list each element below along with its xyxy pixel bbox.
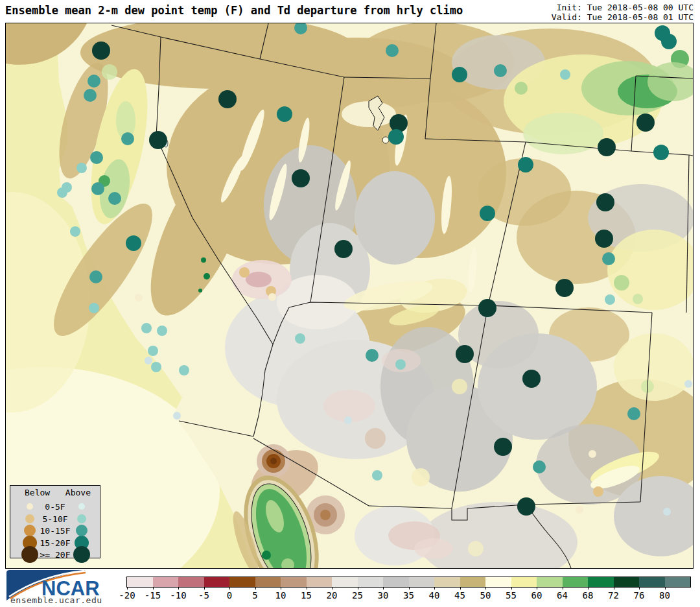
colorbar-tick	[358, 587, 358, 589]
station-dot	[589, 450, 596, 458]
colorbar-segment	[537, 577, 563, 587]
colorbar-segment	[281, 577, 307, 587]
station-dot	[627, 407, 640, 420]
station-dot	[595, 230, 613, 248]
station-dot	[141, 323, 152, 333]
colorbar-segment	[178, 577, 204, 587]
legend-row-label: 0-5F	[45, 502, 65, 512]
colorbar-tick-label: 10	[275, 590, 286, 601]
station-dot	[494, 438, 512, 456]
station-dot	[92, 42, 110, 60]
init-time: Init: Tue 2018-05-08 00 UTC	[552, 3, 694, 12]
station-dot	[395, 359, 406, 370]
terrain	[6, 23, 693, 568]
colorbar-tick-label: 72	[608, 590, 619, 601]
legend-row-label: 10-15F	[40, 526, 71, 536]
colorbar-tick	[281, 587, 281, 589]
station-dot	[173, 412, 181, 420]
station-dot	[88, 75, 100, 88]
colorbar-tick-label: 5	[252, 590, 257, 601]
station-dot	[126, 235, 141, 251]
colorbar-tick	[588, 587, 589, 589]
colorbar-tick-label: -15	[145, 590, 161, 601]
station-dot	[90, 151, 103, 164]
colorbar-tick-label: 35	[403, 590, 414, 601]
colorbar-segment	[307, 577, 332, 587]
colorbar-segment	[383, 577, 409, 587]
station-dot	[218, 90, 237, 108]
station-dot	[560, 69, 570, 80]
station-dot	[76, 163, 87, 173]
station-dot	[277, 106, 292, 122]
ensemble-dewpoint-page: Ensemble mean 2-m dew point temp (F) and…	[0, 0, 700, 607]
colorbar-tick	[409, 587, 410, 589]
colorbar-tick	[153, 587, 154, 589]
station-dot	[108, 192, 121, 205]
legend-above-dot	[78, 503, 85, 510]
colorbar-tick	[639, 587, 640, 589]
map-svg	[6, 23, 693, 568]
colorbar-tick-label: 40	[429, 590, 440, 601]
station-dot	[148, 346, 158, 356]
station-dot	[344, 416, 352, 424]
colorbar-tick	[511, 587, 512, 589]
station-dot	[602, 252, 615, 265]
colorbar	[126, 577, 691, 588]
station-dot	[593, 486, 603, 497]
colorbar-segment	[614, 577, 640, 587]
station-dot	[149, 131, 167, 149]
colorbar-tick-label: 0	[227, 590, 232, 601]
legend-row-label: 5-10F	[42, 514, 67, 523]
colorbar-segment	[153, 577, 179, 587]
station-dot	[663, 508, 671, 516]
station-dot	[334, 240, 353, 258]
page-title: Ensemble mean 2-m dew point temp (F) and…	[5, 4, 463, 17]
station-dot	[292, 169, 310, 187]
station-dot	[372, 470, 382, 481]
colorbar-tick-label: 64	[557, 590, 568, 601]
colorbar-segment	[511, 577, 537, 587]
station-dot	[121, 132, 134, 145]
station-dot	[576, 506, 583, 514]
station-dot	[89, 270, 102, 283]
station-dot	[480, 206, 495, 221]
colorbar-tick-label: 25	[352, 590, 363, 601]
station-dot	[388, 129, 404, 145]
colorbar-tick-label: 45	[454, 590, 465, 601]
colorbar-tick	[332, 587, 332, 589]
colorbar-segment	[639, 577, 665, 587]
station-dot	[605, 294, 615, 305]
legend-headers: Below Above	[10, 488, 100, 497]
site-url: ensemble.ucar.edu	[10, 595, 102, 605]
colorbar-tick	[127, 587, 128, 589]
colorbar-segment	[358, 577, 384, 587]
colorbar-tick	[383, 587, 384, 589]
colorbar-segment	[255, 577, 281, 587]
colorbar-tick-label: 20	[327, 590, 338, 601]
station-dot	[268, 293, 276, 301]
colorbar-tick	[460, 587, 461, 589]
station-dot	[555, 279, 574, 297]
colorbar-segment	[332, 577, 358, 587]
legend-row: >= 20F	[10, 547, 100, 562]
colorbar-tick-label: 80	[659, 590, 670, 601]
colorbar-segment	[665, 577, 691, 587]
station-dot	[533, 460, 546, 473]
station-dot	[89, 303, 99, 313]
station-dot	[135, 294, 143, 302]
run-timestamps: Init: Tue 2018-05-08 00 UTC Valid: Tue 2…	[552, 3, 694, 22]
colorbar-segment	[204, 577, 230, 587]
colorbar-tick	[665, 587, 666, 589]
station-dot	[91, 182, 104, 195]
station-dot	[157, 326, 167, 336]
station-dot	[179, 365, 189, 375]
station-dot	[517, 497, 535, 516]
legend-below-dot	[25, 514, 34, 523]
colorbar-tick	[563, 587, 563, 589]
legend-row-label: 15-20F	[40, 538, 71, 547]
station-dot	[598, 138, 616, 156]
colorbar-segment	[460, 577, 486, 587]
station-dot	[684, 380, 692, 388]
colorbar-tick	[485, 587, 486, 589]
colorbar-segment	[127, 577, 153, 587]
